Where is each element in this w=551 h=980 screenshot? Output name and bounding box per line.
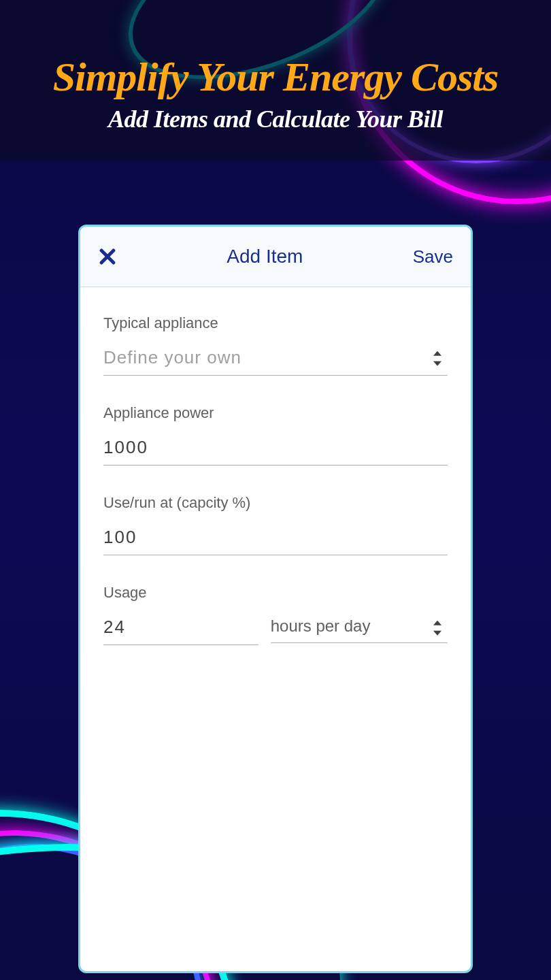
usage-input[interactable] [103, 614, 258, 645]
add-item-card: Add Item Save Typical appliance Define y… [78, 225, 473, 973]
power-input[interactable] [103, 434, 448, 466]
appliance-select[interactable]: Define your own [103, 344, 448, 376]
main-title: Simplify Your Energy Costs [14, 54, 537, 99]
usage-group: Usage hours per day [103, 584, 448, 645]
form-body: Typical appliance Define your own Applia… [80, 287, 471, 701]
capacity-input[interactable] [103, 524, 448, 555]
power-group: Appliance power [103, 404, 448, 466]
card-header: Add Item Save [80, 227, 471, 287]
usage-unit-value: hours per day [271, 614, 448, 643]
appliance-group: Typical appliance Define your own [103, 314, 448, 376]
close-icon[interactable] [98, 247, 117, 266]
save-button[interactable]: Save [413, 246, 453, 267]
usage-unit-select[interactable]: hours per day [271, 614, 448, 645]
power-label: Appliance power [103, 404, 448, 422]
card-title: Add Item [227, 246, 303, 267]
sub-title: Add Items and Calculate Your Bill [14, 105, 537, 133]
promo-header: Simplify Your Energy Costs Add Items and… [0, 0, 551, 161]
capacity-label: Use/run at (capcity %) [103, 494, 448, 512]
usage-label: Usage [103, 584, 448, 602]
appliance-label: Typical appliance [103, 314, 448, 332]
capacity-group: Use/run at (capcity %) [103, 494, 448, 555]
appliance-value: Define your own [103, 344, 448, 376]
